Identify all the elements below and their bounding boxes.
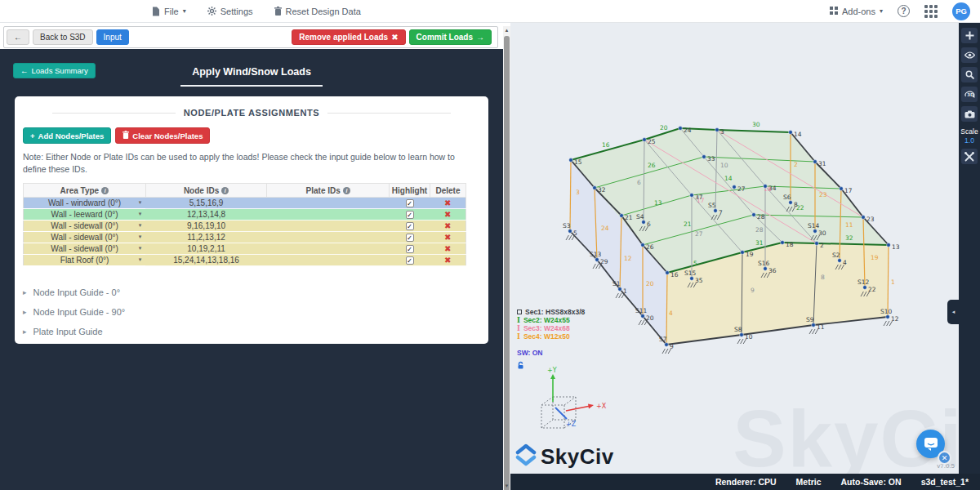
delete-row-button[interactable]: ✖: [444, 233, 451, 242]
menu-reset-design-data[interactable]: Reset Design Data: [274, 7, 361, 16]
back-arrow-button[interactable]: ←: [7, 29, 29, 45]
model-node[interactable]: [714, 209, 718, 213]
model-node[interactable]: [715, 128, 719, 132]
model-node[interactable]: [838, 259, 842, 263]
model-node[interactable]: [887, 243, 891, 247]
zoom-search-button[interactable]: [961, 67, 978, 82]
model-viewer[interactable]: +Y +X +Z 1620302613142122531323241220422…: [510, 23, 959, 474]
model-node[interactable]: [740, 333, 744, 337]
units-status[interactable]: Metric: [796, 477, 822, 487]
node-ids-cell[interactable]: 9,16,19,10: [145, 220, 267, 232]
highlight-checkbox[interactable]: ✓: [406, 199, 414, 207]
input-tab[interactable]: Input: [96, 29, 129, 45]
model-node[interactable]: [569, 158, 573, 163]
addons-menu[interactable]: Add-ons ▾: [830, 7, 883, 16]
back-to-s3d-button[interactable]: Back to S3D: [33, 29, 93, 45]
delete-row-button[interactable]: ✖: [444, 221, 451, 230]
model-node[interactable]: [764, 267, 768, 271]
model-node[interactable]: [815, 242, 819, 246]
clear-nodes-plates-button[interactable]: Clear Nodes/Plates: [115, 127, 210, 144]
model-node[interactable]: [813, 160, 817, 164]
model-node[interactable]: [764, 185, 768, 189]
highlight-checkbox[interactable]: ✓: [406, 234, 414, 242]
node-ids-cell[interactable]: 12,13,14,8: [145, 209, 267, 220]
add-nodes-plates-button[interactable]: + Add Nodes/Plates: [23, 127, 111, 144]
node-ids-cell[interactable]: 15,24,14,13,18,16: [145, 255, 267, 266]
loads-summary-button[interactable]: ← Loads Summary: [13, 63, 96, 78]
area-type-select[interactable]: Wall - windward (0°)▾: [24, 198, 146, 209]
model-node[interactable]: [813, 229, 817, 234]
chat-close-button[interactable]: ✕: [938, 451, 951, 465]
scale-value[interactable]: 1.0: [959, 136, 980, 145]
info-icon[interactable]: i: [221, 187, 229, 194]
node-ids-cell[interactable]: 11,2,13,12: [145, 232, 267, 243]
model-node[interactable]: [690, 277, 694, 281]
model-node[interactable]: [863, 286, 867, 290]
plate-ids-cell[interactable]: [267, 243, 390, 255]
panel-scrollbar[interactable]: ▲ ▼: [503, 26, 510, 490]
scrollbar-thumb[interactable]: [504, 36, 510, 490]
model-node[interactable]: [620, 214, 624, 218]
model-node[interactable]: [679, 127, 683, 131]
highlight-checkbox[interactable]: ✓: [406, 222, 414, 230]
delete-row-button[interactable]: ✖: [444, 256, 451, 265]
highlight-checkbox[interactable]: ✓: [406, 245, 414, 253]
delete-row-button[interactable]: ✖: [444, 198, 451, 207]
delete-row-button[interactable]: ✖: [444, 210, 451, 219]
model-node[interactable]: [568, 229, 572, 234]
model-node[interactable]: [690, 194, 694, 198]
model-node[interactable]: [789, 131, 793, 135]
filename-status[interactable]: s3d_test_1*: [921, 477, 969, 487]
plate-ids-cell[interactable]: [267, 198, 390, 209]
node-input-guide-90[interactable]: ▸ Node Input Guide - 90°: [23, 302, 488, 322]
model-node[interactable]: [593, 186, 597, 190]
model-node[interactable]: [642, 220, 646, 225]
model-node[interactable]: [741, 251, 745, 255]
info-icon[interactable]: i: [101, 187, 109, 194]
help-icon[interactable]: ?: [898, 5, 910, 17]
plate-ids-cell[interactable]: [267, 232, 390, 243]
menu-file[interactable]: File ▾: [152, 7, 186, 16]
panel-collapse-handle[interactable]: ◂: [947, 300, 960, 324]
info-icon[interactable]: i: [343, 187, 350, 194]
plate-ids-cell[interactable]: [267, 209, 390, 220]
area-type-select[interactable]: Wall - sidewall (0°)▾: [24, 243, 146, 255]
autosave-status[interactable]: Auto-Save: ON: [841, 477, 902, 487]
model-node[interactable]: [862, 216, 866, 220]
scroll-up-arrow[interactable]: ▲: [503, 28, 510, 33]
model-node[interactable]: [641, 314, 645, 318]
model-node[interactable]: [641, 243, 645, 247]
node-input-guide-0[interactable]: ▸ Node Input Guide - 0°: [23, 283, 488, 302]
model-node[interactable]: [643, 138, 647, 142]
remove-applied-loads-button[interactable]: Remove applied Loads ✖: [292, 29, 405, 45]
model-node[interactable]: [781, 241, 785, 245]
area-type-select[interactable]: Wall - sidewall (0°)▾: [24, 232, 146, 243]
node-ids-cell[interactable]: 10,19,2,11: [145, 243, 267, 255]
model-node[interactable]: [666, 271, 670, 275]
model-node[interactable]: [789, 201, 793, 205]
model-node[interactable]: [618, 287, 622, 292]
menu-settings[interactable]: Settings: [207, 7, 253, 16]
plate-ids-cell[interactable]: [267, 255, 390, 266]
highlight-checkbox[interactable]: ✓: [406, 211, 414, 219]
model-node[interactable]: [665, 343, 669, 347]
apps-grid-icon[interactable]: [924, 5, 938, 18]
model-node[interactable]: [812, 323, 816, 327]
screenshot-button[interactable]: [961, 106, 978, 122]
plate-input-guide[interactable]: ▸ Plate Input Guide: [23, 322, 488, 341]
rotate-3d-button[interactable]: 3D: [961, 87, 978, 102]
user-avatar[interactable]: PG: [952, 2, 970, 20]
highlight-checkbox[interactable]: ✓: [406, 256, 414, 265]
plate-ids-cell[interactable]: [267, 220, 390, 232]
model-node[interactable]: [595, 258, 599, 262]
model-node[interactable]: [840, 187, 844, 191]
area-type-select[interactable]: Flat Roof (0°)▾: [24, 255, 146, 266]
model-node[interactable]: [702, 155, 706, 159]
area-type-select[interactable]: Wall - leeward (0°)▾: [24, 209, 146, 220]
scroll-down-arrow[interactable]: ▼: [503, 483, 510, 488]
delete-row-button[interactable]: ✖: [444, 244, 451, 253]
tools-button[interactable]: [961, 149, 978, 164]
commit-loads-button[interactable]: Commit Loads →: [409, 29, 492, 45]
node-ids-cell[interactable]: 5,15,16,9: [145, 198, 267, 209]
area-type-select[interactable]: Wall - sidewall (0°)▾: [24, 220, 146, 232]
